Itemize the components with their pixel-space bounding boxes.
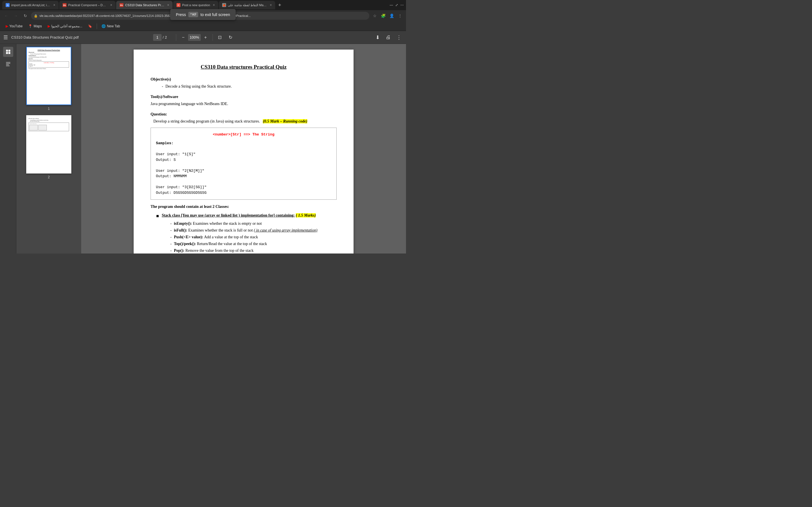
bookmark-maps-label: Maps (34, 24, 42, 28)
bookmark-music[interactable]: ▶ مجموعة أغاني الحيوا... (45, 23, 85, 29)
tab-3-title: CS310 Data Structures Practi... (125, 3, 164, 7)
bookmark-star-button[interactable]: ☆ (371, 12, 378, 19)
profile-button[interactable]: 👤 (388, 12, 395, 19)
code-box: <number>[Str] ==> The String Samples: Us… (151, 128, 337, 200)
sample1-input: User input: "1[S]" (156, 152, 331, 157)
question-text-container: Develop a string decoding program (in Ja… (153, 118, 337, 124)
tab-5-close[interactable]: × (270, 3, 272, 7)
tab-1-close[interactable]: × (53, 3, 55, 7)
tab-controls-more[interactable]: ⋯ (400, 3, 404, 7)
question-text: Develop a string decoding program (in Ja… (153, 119, 260, 123)
tab-5-title: التقاط لقطة شاشة على Mac - Apple (228, 3, 267, 7)
tab-1[interactable]: G import java.util.ArrayList; impo... × (2, 1, 59, 9)
page-number-input[interactable] (153, 34, 161, 41)
tools-label: Tool(s)/Software (151, 94, 337, 100)
sidebar-thumbnails-button[interactable] (3, 47, 13, 57)
thumbnail-page-1[interactable]: CS310 Data Structures Practical Quiz Obj… (26, 47, 71, 111)
classes-text: The program should contain at least 2 Cl… (151, 204, 337, 210)
tab-4-title: Post a new question (182, 3, 210, 7)
more-tools-button[interactable]: ⋮ (395, 34, 403, 41)
reload-button[interactable]: ↻ (21, 12, 29, 20)
stack-class-label: Stack class [You may use (array or linke… (162, 212, 316, 219)
svg-rect-3 (8, 52, 10, 54)
thumbnail-2-num: 2 (48, 175, 50, 179)
sample3-output: Output: DSGSGDSGSGDSGSG (156, 190, 331, 196)
back-button[interactable]: ← (2, 12, 10, 20)
pdf-content-area[interactable]: CS310 Data structures Practical Quiz Obj… (81, 44, 406, 253)
download-button[interactable]: ⬇ (374, 34, 381, 41)
pdf-title: CS310 Data Structures Practical Quiz.pdf (11, 35, 144, 40)
pdf-main-area: CS310 Data Structures Practical Quiz Obj… (0, 44, 406, 253)
tab-2-title: Practical Component – Data S... (68, 3, 107, 7)
tab-2[interactable]: Bb Practical Component – Data S... × (59, 1, 116, 9)
svg-rect-1 (8, 50, 10, 52)
pdf-menu-button[interactable]: ☰ (3, 34, 8, 41)
fullscreen-key: ⌃⌘F (188, 12, 198, 17)
method-top: - Top()/peek(): Return/Read the value at… (170, 241, 337, 247)
objective-item-container: - Decode a String using the Stack struct… (162, 83, 337, 89)
misc-icon: 🔖 (88, 24, 92, 28)
bookmark-newtab[interactable]: 🌐 New Tab (99, 23, 122, 29)
method-pop: - Pop(): Remove the value from the top o… (170, 247, 337, 253)
tab-bar: G import java.util.ArrayList; impo... × … (0, 0, 406, 10)
methods-list: - isEmpty(): Examines whether the stack … (170, 221, 337, 253)
tab-2-close[interactable]: × (110, 3, 112, 7)
sample2-input: User input: "2[N2[M]]" (156, 168, 331, 174)
objectives-label: Objective(s) (151, 76, 337, 82)
svg-rect-5 (6, 63, 10, 64)
tab-3-close[interactable]: × (167, 3, 169, 7)
svg-rect-7 (6, 66, 10, 66)
bookmarks-separator (97, 23, 97, 29)
tab-3[interactable]: Bb CS310 Data Structures Practi... × (116, 1, 172, 9)
thumbnail-2-image: ■ Decoder class containing: - decode(Str… (26, 115, 71, 173)
tab-1-title: import java.util.ArrayList; impo... (11, 3, 50, 7)
thumbnail-page-2[interactable]: ■ Decoder class containing: - decode(Str… (26, 115, 71, 179)
print-button[interactable]: 🖨 (385, 34, 392, 41)
zoom-in-button[interactable]: + (202, 34, 209, 41)
tab-5[interactable]: 🍎 التقاط لقطة شاشة على Mac - Apple × (219, 1, 275, 9)
separator-1 (176, 34, 176, 41)
sample2-output: Output: NMMNMM (156, 173, 331, 179)
zoom-input[interactable] (188, 34, 201, 41)
question-mark: (0.5 Mark – Running code) (263, 119, 307, 123)
code-box-title: <number>[Str] ==> The String (156, 132, 331, 137)
fit-page-button[interactable]: ⊡ (216, 34, 223, 41)
sample3-input: User input: "3[D2[SG]]" (156, 184, 331, 190)
bookmark-music-label: مجموعة أغاني الحيوا... (51, 24, 83, 28)
bookmark-misc[interactable]: 🔖 (86, 23, 94, 29)
fullscreen-text-before: Press (176, 12, 186, 17)
more-button[interactable]: ⋮ (396, 12, 404, 19)
objective-item: Decode a String using the Stack structur… (165, 83, 232, 89)
bookmark-youtube[interactable]: ▶ YouTube (3, 23, 25, 29)
method-push: - Push(<E> value): Add a value at the to… (170, 234, 337, 240)
zoom-out-button[interactable]: − (180, 34, 187, 41)
method-isEmpty: - isEmpty(): Examines whether the stack … (170, 221, 337, 226)
svg-rect-0 (6, 50, 8, 52)
bookmark-youtube-label: YouTube (9, 24, 22, 28)
tab-4[interactable]: C Post a new question × (173, 1, 218, 9)
tab-controls-expand[interactable]: ⤢ (395, 3, 398, 7)
bookmarks-bar: ▶ YouTube 📍 Maps ▶ مجموعة أغاني الحيوا..… (0, 21, 406, 31)
svg-rect-4 (6, 62, 10, 63)
tools-text: Java programming language with NetBeans … (151, 101, 337, 107)
pdf-page: CS310 Data structures Practical Quiz Obj… (134, 50, 354, 253)
svg-rect-2 (6, 52, 8, 54)
fullscreen-text-after: to exit full screen (200, 12, 230, 17)
rotate-button[interactable]: ↻ (227, 34, 234, 41)
youtube-icon: ▶ (6, 24, 8, 28)
pdf-sidebar (0, 44, 16, 253)
thumbnail-1-num: 1 (48, 107, 50, 111)
new-tab-button[interactable]: + (276, 1, 284, 9)
forward-button[interactable]: → (12, 12, 20, 20)
tab-4-close[interactable]: × (213, 3, 215, 7)
question-label: Question: (151, 111, 337, 117)
chrome-extensions-button[interactable]: 🧩 (379, 12, 387, 19)
tab-controls-minimize[interactable]: — (390, 3, 393, 7)
pdf-main-title: CS310 Data structures Practical Quiz (151, 63, 337, 71)
bookmark-maps[interactable]: 📍 Maps (26, 23, 44, 29)
sidebar-bookmarks-button[interactable] (3, 59, 13, 69)
maps-icon: 📍 (28, 24, 33, 28)
method-isFull: - isFull(): Examines whether the stack i… (170, 227, 337, 233)
sample1-output: Output: S (156, 157, 331, 163)
fullscreen-notification: Press ⌃⌘F to exit full screen (170, 9, 236, 20)
